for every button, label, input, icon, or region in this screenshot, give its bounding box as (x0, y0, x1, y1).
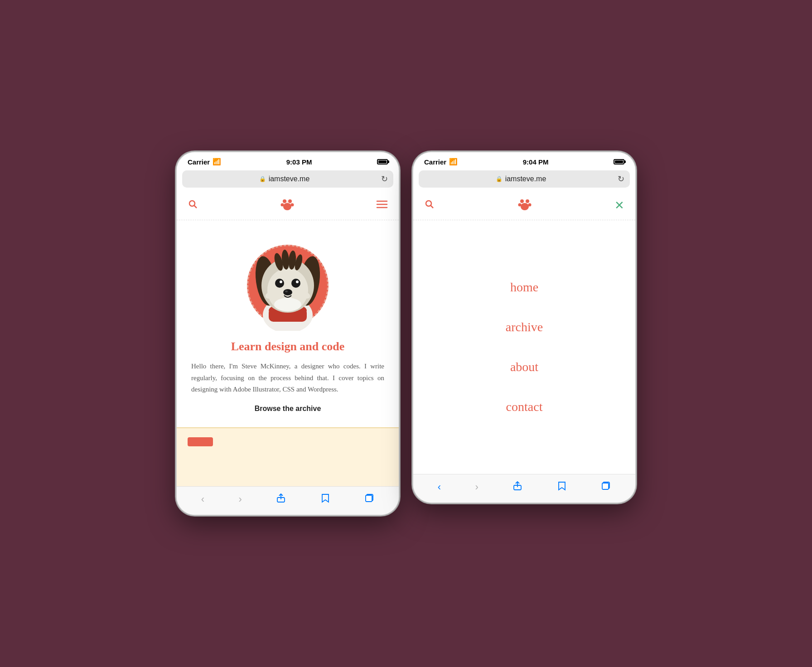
svg-point-23 (285, 290, 288, 292)
svg-point-37 (526, 199, 529, 203)
wifi-icon-right: 📶 (449, 158, 458, 166)
svg-point-36 (520, 199, 524, 203)
menu-item-archive[interactable]: archive (413, 307, 635, 347)
browser-bar-left: ‹ › (177, 486, 399, 515)
time-right: 9:04 PM (523, 158, 549, 166)
svg-point-0 (189, 201, 195, 206)
bookmarks-button-right[interactable] (553, 479, 570, 495)
svg-point-22 (283, 289, 292, 295)
svg-point-21 (296, 280, 299, 283)
reload-button-left[interactable]: ↻ (381, 174, 388, 184)
carrier-label-left: Carrier (188, 158, 210, 166)
browse-archive-link[interactable]: Browse the archive (255, 405, 321, 413)
svg-point-19 (291, 279, 300, 288)
logo-icon-left[interactable] (278, 197, 296, 214)
svg-line-35 (431, 205, 434, 208)
carrier-label-right: Carrier (424, 158, 446, 166)
close-icon-right[interactable]: ✕ (614, 198, 624, 213)
dog-illustration (242, 231, 333, 331)
dog-svg (242, 231, 333, 331)
bookmarks-button-left[interactable] (317, 491, 334, 508)
hero-title: Learn design and code (231, 340, 345, 353)
lock-icon-left: 🔒 (259, 176, 266, 182)
status-bar-right: Carrier 📶 9:04 PM (413, 152, 635, 169)
menu-item-about[interactable]: about (413, 347, 635, 387)
hero-section: Learn design and code Hello there, I'm S… (177, 220, 399, 427)
svg-point-18 (275, 279, 284, 288)
menu-item-home[interactable]: home (413, 267, 635, 307)
back-button-right[interactable]: ‹ (434, 479, 445, 495)
cta-button[interactable] (188, 437, 213, 446)
hero-description: Hello there, I'm Steve McKinney, a desig… (191, 361, 384, 396)
svg-point-30 (274, 298, 301, 311)
battery-icon-left (377, 159, 388, 164)
nav-bar-right: ✕ (413, 191, 635, 220)
url-content-left: 🔒 iamsteve.me (188, 175, 381, 183)
status-bar-left: Carrier 📶 9:03 PM (177, 152, 399, 169)
url-text-left: iamsteve.me (269, 175, 310, 183)
forward-button-left: › (235, 492, 246, 507)
menu-item-contact[interactable]: contact (413, 387, 635, 427)
time-left: 9:03 PM (286, 158, 312, 166)
back-button-left[interactable]: ‹ (198, 492, 208, 507)
menu-content: home archive about contact (413, 220, 635, 474)
battery-icon-right (614, 159, 624, 164)
tabs-button-right[interactable] (597, 479, 614, 495)
wifi-icon-left: 📶 (213, 158, 221, 166)
main-content-left: Learn design and code Hello there, I'm S… (177, 220, 399, 486)
phone-left: Carrier 📶 9:03 PM 🔒 iamsteve.me ↻ (177, 152, 399, 515)
url-content-right: 🔒 iamsteve.me (424, 175, 618, 183)
svg-point-20 (280, 280, 282, 283)
search-icon-right[interactable] (424, 199, 435, 213)
svg-line-1 (194, 205, 197, 208)
url-bar-right[interactable]: 🔒 iamsteve.me ↻ (419, 170, 630, 188)
svg-rect-43 (602, 483, 609, 489)
svg-rect-33 (366, 495, 372, 502)
share-button-right[interactable] (509, 479, 526, 495)
carrier-wifi-left: Carrier 📶 (188, 158, 221, 166)
url-bar-left[interactable]: 🔒 iamsteve.me ↻ (182, 170, 393, 188)
menu-icon-left[interactable] (376, 200, 388, 212)
browser-bar-right: ‹ › (413, 474, 635, 503)
url-text-right: iamsteve.me (505, 175, 546, 183)
battery-left (377, 159, 388, 164)
reload-button-right[interactable]: ↻ (618, 174, 624, 184)
phones-container: Carrier 📶 9:03 PM 🔒 iamsteve.me ↻ (177, 152, 635, 515)
carrier-wifi-right: Carrier 📶 (424, 158, 458, 166)
svg-point-34 (426, 201, 431, 206)
svg-point-7 (283, 203, 291, 210)
battery-right (614, 159, 624, 164)
svg-point-4 (288, 199, 292, 203)
svg-point-3 (283, 199, 286, 203)
yellow-section (177, 427, 399, 486)
svg-point-40 (521, 203, 529, 210)
share-button-left[interactable] (272, 491, 290, 508)
forward-button-right: › (472, 479, 482, 495)
tabs-button-left[interactable] (361, 491, 378, 508)
phone-right: Carrier 📶 9:04 PM 🔒 iamsteve.me ↻ (413, 152, 635, 503)
search-icon-left[interactable] (188, 199, 198, 213)
lock-icon-right: 🔒 (496, 176, 503, 182)
nav-bar-left (177, 191, 399, 220)
logo-icon-right[interactable] (516, 197, 534, 214)
